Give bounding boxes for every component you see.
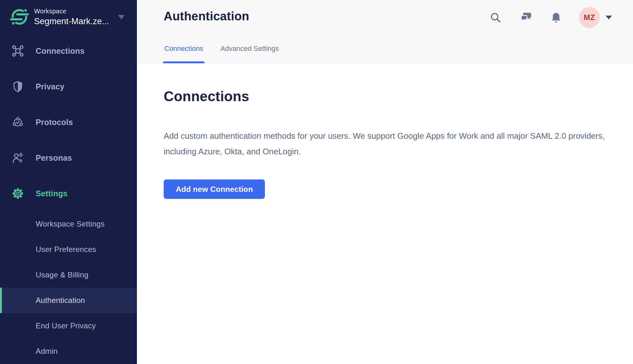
active-indicator (0, 288, 2, 313)
protocols-icon (11, 116, 25, 129)
sidebar-item-connections[interactable]: Connections (0, 33, 137, 69)
sidebar-subitem-label: Usage & Billing (36, 270, 89, 279)
section-description: Add custom authentication methods for yo… (164, 128, 619, 159)
sidebar: Workspace Segment-Mark.ze... Conne (0, 0, 137, 364)
avatar[interactable]: MZ (579, 7, 600, 28)
settings-gear-icon (11, 187, 25, 200)
sidebar-item-label: Privacy (36, 82, 64, 91)
topbar: Authentication MZ Connections Adva (137, 0, 633, 63)
privacy-icon (11, 80, 25, 93)
avatar-initials: MZ (584, 13, 595, 22)
workspace-name: Segment-Mark.ze... (34, 17, 109, 26)
sidebar-item-label: Settings (36, 189, 68, 198)
chevron-down-icon (118, 15, 125, 19)
sidebar-item-protocols[interactable]: Protocols (0, 104, 137, 140)
tab-advanced-settings[interactable]: Advanced Settings (220, 45, 279, 63)
page-title: Authentication (164, 10, 249, 23)
add-new-connection-button[interactable]: Add new Connection (164, 179, 265, 199)
settings-subnav: Workspace Settings User Preferences Usag… (0, 211, 137, 364)
sidebar-item-label: Connections (36, 46, 85, 56)
sidebar-item-admin[interactable]: Admin (0, 339, 137, 364)
tab-bar: Connections Advanced Settings (164, 45, 280, 63)
connections-icon (11, 44, 25, 58)
sidebar-item-settings[interactable]: Settings (0, 176, 137, 211)
sidebar-subitem-label: End User Privacy (36, 321, 96, 330)
sidebar-item-usage-billing[interactable]: Usage & Billing (0, 262, 137, 288)
bell-icon[interactable] (550, 12, 562, 24)
sidebar-item-authentication[interactable]: Authentication (0, 288, 137, 313)
sidebar-item-end-user-privacy[interactable]: End User Privacy (0, 313, 137, 339)
personas-icon (11, 151, 25, 164)
sidebar-subitem-label: User Preferences (36, 245, 96, 254)
workspace-label: Workspace (34, 8, 109, 15)
sidebar-item-workspace-settings[interactable]: Workspace Settings (0, 211, 137, 237)
search-icon[interactable] (490, 12, 501, 24)
workspace-switcher[interactable]: Workspace Segment-Mark.ze... (0, 0, 137, 32)
section-heading: Connections (164, 88, 633, 104)
segment-logo-icon (10, 7, 29, 27)
sidebar-item-privacy[interactable]: Privacy (0, 69, 137, 104)
sidebar-item-user-preferences[interactable]: User Preferences (0, 237, 137, 262)
topbar-actions: MZ (490, 7, 612, 28)
sidebar-item-personas[interactable]: Personas (0, 140, 137, 176)
main-content: Connections Add custom authentication me… (137, 64, 633, 364)
sidebar-subitem-label: Authentication (36, 296, 85, 305)
sidebar-subitem-label: Workspace Settings (36, 220, 105, 228)
sidebar-subitem-label: Admin (36, 347, 58, 356)
chat-icon[interactable] (520, 12, 532, 24)
sidebar-item-label: Protocols (36, 118, 73, 127)
caret-down-icon[interactable] (606, 16, 612, 19)
sidebar-nav: Connections Privacy Proto (0, 33, 137, 364)
sidebar-item-label: Personas (36, 153, 72, 163)
tab-connections[interactable]: Connections (164, 45, 204, 63)
workspace-info: Workspace Segment-Mark.ze... (34, 8, 109, 26)
